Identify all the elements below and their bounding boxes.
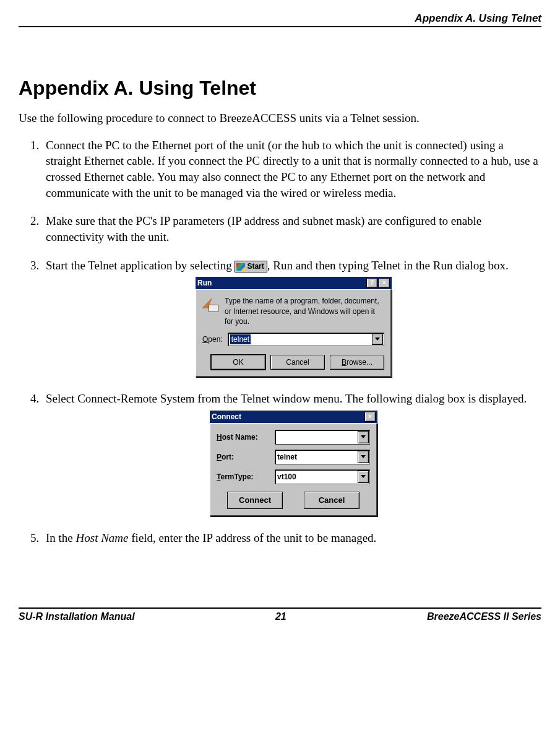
host-accel: H [217, 433, 222, 442]
run-dialog-wrap: Run ? × Type the name of a program, fold… [46, 277, 541, 377]
step-5-text-b: field, enter the IP address of the unit … [129, 531, 377, 544]
connect-button[interactable]: Connect [227, 492, 283, 509]
step-1: Connect the PC to the Ethernet port of t… [42, 137, 541, 201]
term-rest: ermType: [220, 472, 253, 481]
windows-flag-icon [236, 263, 245, 271]
header-right: Appendix A. Using Telnet [415, 12, 541, 25]
step-5-text-a: In the [46, 531, 76, 544]
termtype-combobox[interactable]: vt100 [275, 469, 370, 484]
step-2: Make sure that the PC's IP parameters (I… [42, 213, 541, 245]
run-button-row: OK Cancel Browse... [202, 355, 384, 370]
termtype-value: vt100 [277, 472, 296, 482]
browse-accel: B [342, 357, 347, 367]
termtype-label: TermType: [217, 472, 271, 482]
open-label: Open: [202, 334, 223, 344]
host-label: Host Name: [217, 432, 271, 442]
chevron-down-icon[interactable] [372, 334, 383, 345]
run-title: Run [197, 278, 365, 288]
chevron-down-icon[interactable] [358, 451, 369, 463]
step-3-text-b: , Run and then typing Telnet in the Run … [267, 259, 509, 272]
step-5-fieldname: Host Name [76, 531, 129, 544]
start-button-label: Start [247, 262, 264, 271]
step-3-text-a: Start the Telnet application by selectin… [46, 259, 235, 272]
footer-right: BreezeACCESS II Series [427, 611, 541, 622]
chevron-down-icon[interactable] [358, 431, 369, 443]
open-combobox[interactable]: telnet [228, 333, 384, 346]
open-label-accel: O [202, 335, 208, 344]
run-titlebar[interactable]: Run ? × [196, 277, 392, 289]
port-combobox[interactable]: telnet [275, 450, 370, 464]
port-rest: ort: [222, 453, 234, 461]
host-row: Host Name: [217, 430, 370, 445]
connect-button-row: Connect Cancel [217, 492, 370, 509]
close-button[interactable]: × [364, 412, 376, 422]
run-dialog: Run ? × Type the name of a program, fold… [196, 277, 392, 377]
run-top-row: Type the name of a program, folder, docu… [202, 296, 384, 326]
run-message: Type the name of a program, folder, docu… [225, 296, 384, 326]
port-row: Port: telnet [217, 450, 370, 464]
connect-dialog-wrap: Connect × Host Name: Port: [46, 411, 541, 516]
page: Appendix A. Using Telnet Appendix A. Usi… [0, 0, 560, 635]
footer-left: SU-R Installation Manual [19, 611, 135, 622]
open-value: telnet [230, 334, 251, 344]
run-open-row: Open: telnet [202, 333, 384, 346]
port-value: telnet [277, 452, 297, 462]
run-icon [202, 296, 218, 312]
open-label-rest: pen: [208, 335, 222, 344]
browse-rest: rowse... [347, 357, 373, 367]
intro-paragraph: Use the following procedure to connect t… [19, 111, 541, 126]
step-4-text: Select Connect-Remote System from the Te… [46, 392, 527, 405]
host-rest: ost Name: [222, 433, 258, 442]
browse-button[interactable]: Browse... [330, 355, 384, 370]
ok-button[interactable]: OK [211, 355, 265, 370]
steps-list: Connect the PC to the Ethernet port of t… [19, 137, 541, 546]
chevron-down-icon[interactable] [358, 471, 369, 483]
connect-accel: C [239, 495, 244, 506]
port-label: Port: [217, 452, 271, 462]
cancel-button[interactable]: Cancel [304, 492, 360, 509]
connect-rest: onnect [244, 495, 271, 506]
connect-titlebar[interactable]: Connect × [210, 411, 377, 423]
step-5: In the Host Name field, enter the IP add… [42, 530, 541, 546]
close-button[interactable]: × [379, 278, 390, 288]
page-title: Appendix A. Using Telnet [19, 77, 541, 100]
help-button[interactable]: ? [366, 278, 377, 288]
termtype-row: TermType: vt100 [217, 469, 370, 484]
step-3: Start the Telnet application by selectin… [42, 258, 541, 377]
connect-dialog-body: Host Name: Port: telnet [210, 423, 377, 516]
step-4: Select Connect-Remote System from the Te… [42, 391, 541, 516]
run-dialog-body: Type the name of a program, folder, docu… [196, 289, 392, 377]
start-button-glyph: Start [235, 261, 267, 272]
page-footer: SU-R Installation Manual 21 BreezeACCESS… [19, 607, 541, 622]
port-accel: P [217, 453, 222, 461]
cancel-button[interactable]: Cancel [270, 355, 325, 370]
page-header: Appendix A. Using Telnet [19, 12, 541, 27]
connect-dialog: Connect × Host Name: Port: [210, 411, 377, 516]
footer-center: 21 [275, 611, 286, 622]
connect-title: Connect [212, 412, 363, 422]
host-combobox[interactable] [275, 430, 370, 445]
